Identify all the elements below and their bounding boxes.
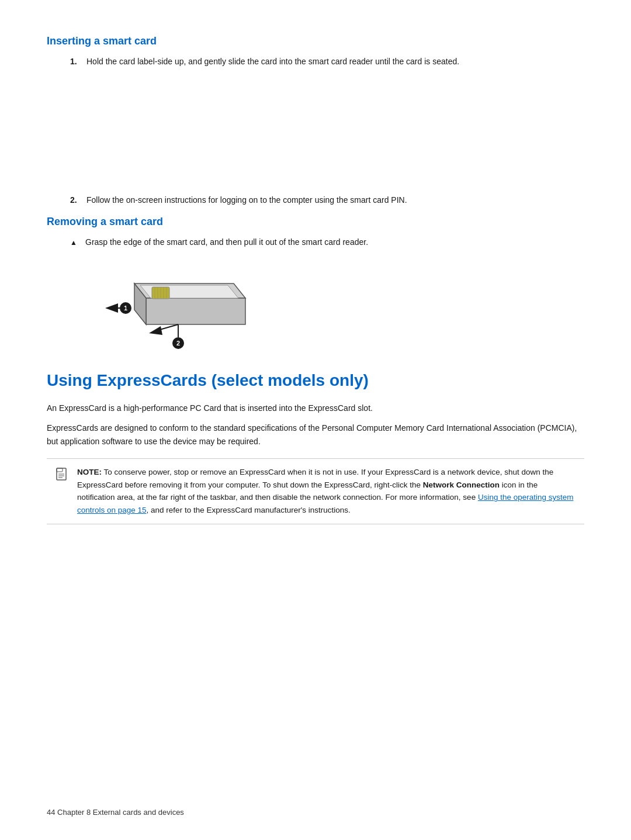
inserting-heading: Inserting a smart card	[47, 35, 584, 47]
step-2-number: 2.	[70, 194, 79, 206]
svg-marker-18	[149, 326, 162, 335]
step-1: 1. Hold the card label-side up, and gent…	[70, 56, 584, 68]
svg-marker-12	[105, 303, 118, 313]
note-content: NOTE: To conserve power, stop or remove …	[77, 466, 576, 516]
page-footer: 44 Chapter 8 External cards and devices	[47, 808, 184, 817]
svg-marker-1	[146, 298, 245, 324]
removing-steps: ▲ Grasp the edge of the smart card, and …	[47, 236, 584, 248]
inserting-steps: 1. Hold the card label-side up, and gent…	[47, 56, 584, 68]
note-box: NOTE: To conserve power, stop or remove …	[47, 458, 584, 524]
step-1-text: Hold the card label-side up, and gently …	[86, 56, 459, 68]
remove-text: Grasp the edge of the smart card, and th…	[85, 236, 368, 248]
step-2-text: Follow the on-screen instructions for lo…	[86, 194, 407, 206]
expresscard-body2: ExpressCards are designed to conform to …	[47, 421, 584, 448]
note-text3: , and refer to the ExpressCard manufactu…	[147, 506, 351, 514]
page-content: Inserting a smart card 1. Hold the card …	[0, 0, 631, 582]
note-label: NOTE:	[77, 468, 102, 476]
card-diagram-svg: 1 2	[93, 260, 257, 354]
triangle-bullet: ▲	[70, 237, 78, 248]
smart-card-diagram: 1 2	[93, 260, 257, 354]
removing-heading: Removing a smart card	[47, 216, 584, 228]
svg-text:2: 2	[176, 340, 180, 347]
inserting-steps-cont: 2. Follow the on-screen instructions for…	[47, 194, 584, 206]
note-bold-text: Network Connection	[423, 481, 500, 489]
svg-rect-20	[57, 468, 63, 472]
note-svg-icon	[55, 467, 69, 481]
step-1-number: 1.	[70, 56, 79, 68]
image-placeholder	[47, 77, 584, 194]
expresscards-heading: Using ExpressCards (select models only)	[47, 371, 584, 390]
note-icon	[55, 467, 71, 516]
remove-step: ▲ Grasp the edge of the smart card, and …	[70, 236, 584, 248]
expresscard-body1: An ExpressCard is a high-performance PC …	[47, 402, 584, 414]
step-2: 2. Follow the on-screen instructions for…	[70, 194, 584, 206]
